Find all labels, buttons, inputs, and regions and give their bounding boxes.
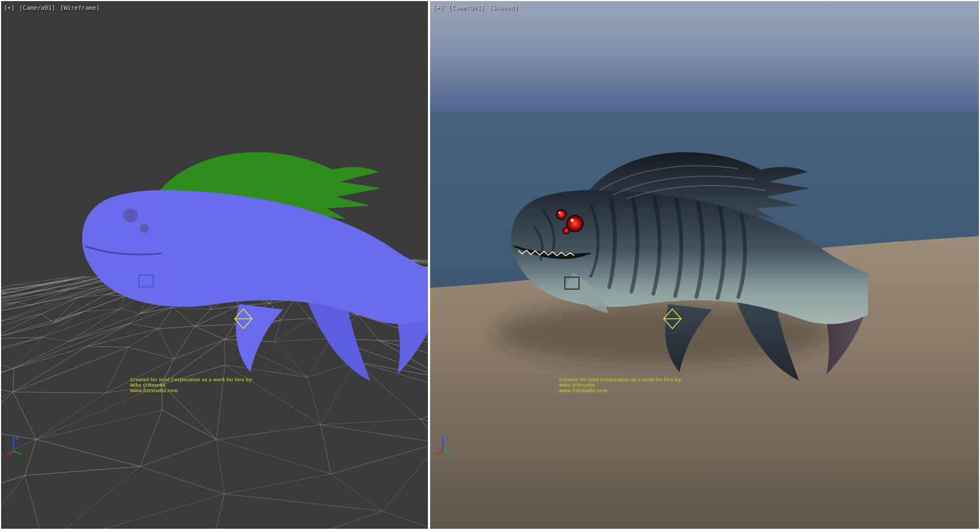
viewport-label: [+] [Camera01] [Shaded] <box>433 4 519 11</box>
dummy-box-gizmo[interactable] <box>138 274 155 288</box>
world-axis-tripod: z <box>4 430 30 458</box>
watermark-line-3: www.frizstudio.com <box>130 388 253 393</box>
viewport-camera-menu-button[interactable]: [Camera01] <box>20 4 56 11</box>
viewport-camera-menu-button[interactable]: [Camera01] <box>449 4 485 11</box>
selection-diamond-gizmo[interactable] <box>663 308 682 330</box>
watermark-text: Created for Intel Corporation as a work … <box>559 377 682 393</box>
dual-viewport-area: Created for Intel Corporation as a work … <box>0 0 980 532</box>
axis-z-label: z <box>16 435 19 441</box>
watermark-line-3: www.frizstudio.com <box>559 388 682 393</box>
watermark-line-2: Mike O'Rourke <box>559 382 682 388</box>
viewport-label: [+] [Camera01] [Wireframe] <box>4 4 101 11</box>
selection-diamond-gizmo[interactable] <box>234 308 253 330</box>
viewport-shading-menu-button[interactable]: [Shaded] <box>489 4 518 11</box>
viewport-general-menu-button[interactable]: [+] <box>433 4 444 11</box>
axis-z-label: z <box>445 435 448 441</box>
viewport-shading-menu-button[interactable]: [Wireframe] <box>60 4 100 11</box>
viewport-shaded[interactable]: Created for Intel Corporation as a work … <box>430 1 979 529</box>
fish-model-shaded[interactable] <box>510 147 869 381</box>
watermark-line-1: Created for Intel Corporation as a work … <box>559 377 682 382</box>
dummy-box-gizmo[interactable] <box>564 276 580 290</box>
watermark-text: Created for Intel Corporation as a work … <box>130 377 253 393</box>
world-axis-tripod: z <box>433 430 460 458</box>
watermark-line-2: Mike O'Rourke <box>130 382 253 388</box>
fish-model-wireframe[interactable] <box>81 147 428 381</box>
watermark-line-1: Created for Intel Corporation as a work … <box>130 377 253 382</box>
viewport-general-menu-button[interactable]: [+] <box>4 4 15 11</box>
viewport-wireframe[interactable]: Created for Intel Corporation as a work … <box>1 1 428 529</box>
